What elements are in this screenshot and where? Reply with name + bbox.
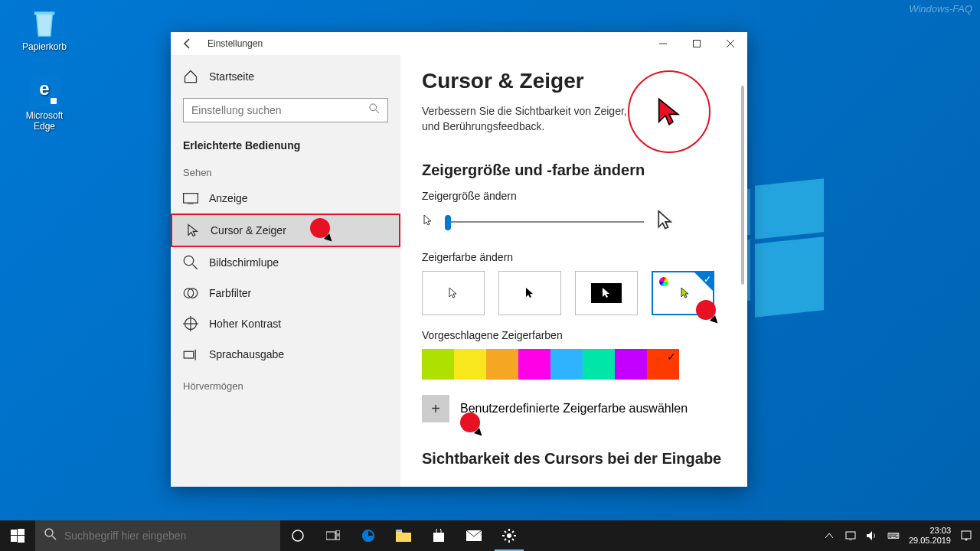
annotation-marker [460,412,480,432]
svg-rect-18 [18,529,24,535]
scrollbar[interactable] [741,86,744,285]
color-swatch[interactable] [615,349,647,380]
contrast-icon [183,316,198,331]
svg-rect-6 [184,193,198,203]
taskbar-edge[interactable] [351,520,386,551]
minimize-button[interactable] [646,32,680,55]
color-option-custom[interactable] [652,271,714,315]
svg-line-22 [52,536,56,540]
svg-rect-29 [433,533,444,542]
maximize-button[interactable] [680,32,714,55]
svg-line-5 [376,110,379,113]
system-tray: ⌨ 23:03 29.05.2019 [823,526,980,546]
titlebar: Einstellungen [171,32,747,55]
taskbar-cortana[interactable] [280,520,315,551]
back-button[interactable] [175,32,200,55]
color-swatch[interactable] [647,349,679,380]
taskbar-settings[interactable] [492,520,527,551]
pointer-color-row [422,271,726,315]
tray-date: 29.05.2019 [909,536,951,546]
tray-clock[interactable]: 23:03 29.05.2019 [909,526,951,546]
cursor-small-icon [422,214,434,230]
color-swatch[interactable] [486,349,518,380]
taskbar: ⌨ 23:03 29.05.2019 [0,520,980,551]
cursor-large-icon [655,210,676,234]
svg-line-37 [512,539,514,540]
field-label-suggested: Vorgeschlagene Zeigerfarben [422,329,726,341]
sidebar-item-label: Sprachausgabe [209,348,284,360]
slider-thumb[interactable] [445,215,451,230]
color-swatch[interactable] [583,349,615,380]
sidebar-item-sprachausgabe[interactable]: Sprachausgabe [171,339,400,370]
custom-color-label: Benutzerdefinierte Zeigerfarbe auswählen [460,402,688,415]
search-icon [369,103,380,117]
sidebar-item-label: Anzeige [209,192,248,204]
color-option-black[interactable] [498,271,561,315]
custom-color-row: + Benutzerdefinierte Zeigerfarbe auswähl… [422,395,726,422]
svg-point-8 [184,256,194,266]
svg-line-39 [512,531,514,533]
sidebar-subsection-sehen: Sehen [171,156,400,183]
svg-rect-40 [846,532,855,539]
svg-point-23 [292,530,303,541]
taskbar-mail[interactable] [456,520,492,551]
svg-rect-42 [962,531,971,539]
settings-search-input[interactable] [191,104,369,116]
taskbar-search[interactable] [35,520,280,551]
tray-chevron-up-icon[interactable] [823,530,835,542]
sidebar-item-kontrast[interactable]: Hoher Kontrast [171,308,400,339]
svg-point-31 [507,533,511,538]
svg-rect-26 [336,536,340,540]
add-custom-color-button[interactable]: + [422,395,449,422]
sidebar-item-anzeige[interactable]: Anzeige [171,183,400,214]
svg-rect-25 [336,530,340,534]
svg-line-36 [505,531,506,533]
color-option-white[interactable] [422,271,485,315]
sidebar-item-farbfilter[interactable]: Farbfilter [171,278,400,308]
content-panel: Cursor & Zeiger Verbessern Sie die Sicht… [400,55,747,487]
color-option-inverted[interactable] [575,271,638,315]
pointer-size-row [422,210,726,234]
field-label-color: Zeigerfarbe ändern [422,251,726,263]
tray-volume-icon[interactable] [866,530,878,542]
taskbar-store[interactable] [421,520,456,551]
sidebar-item-lupe[interactable]: Bildschirmlupe [171,247,400,278]
magnifier-icon [183,255,198,270]
desktop-icon-recycle-bin[interactable]: Papierkorb [15,8,74,52]
settings-search[interactable] [183,98,388,122]
close-button[interactable] [714,32,747,55]
tray-language-icon[interactable]: ⌨ [887,530,900,542]
narrator-icon [183,347,198,362]
checkmark-icon [694,272,713,291]
start-button[interactable] [0,520,35,551]
taskbar-search-input[interactable] [64,530,271,542]
sidebar-subsection-hoer: Hörvermögen [171,370,400,396]
sidebar-item-cursor[interactable]: Cursor & Zeiger [171,214,400,247]
svg-line-38 [505,539,506,540]
taskbar-explorer[interactable] [386,520,421,551]
recycle-bin-icon [29,8,60,38]
taskbar-taskview[interactable] [315,520,351,551]
pointer-size-slider[interactable] [445,221,644,223]
sidebar: Startseite Erleichterte Bedienung Sehen … [171,55,400,487]
sidebar-item-label: Hoher Kontrast [209,318,281,330]
svg-rect-15 [184,351,194,358]
sidebar-item-home[interactable]: Startseite [171,61,400,92]
display-icon [183,191,198,206]
tray-network-icon[interactable] [844,530,857,542]
field-label-size: Zeigergröße ändern [422,190,726,202]
svg-point-21 [45,529,53,536]
desktop-icon-label: Papierkorb [15,41,74,52]
watermark-text: Windows-FAQ [909,3,972,15]
color-swatch[interactable] [454,349,486,380]
tray-notifications-icon[interactable] [960,530,972,542]
section-heading-size-color: Zeigergröße und -farbe ändern [422,161,726,179]
svg-rect-17 [11,530,17,535]
color-swatch[interactable] [518,349,550,380]
desktop-icon-edge[interactable]: Microsoft Edge [15,77,74,132]
desktop: Windows-FAQ Papierkorb Microsoft Edge Ei… [0,0,980,551]
color-swatch[interactable] [422,349,454,380]
color-swatch[interactable] [550,349,583,380]
svg-rect-19 [11,536,17,542]
cursor-icon [185,223,200,238]
